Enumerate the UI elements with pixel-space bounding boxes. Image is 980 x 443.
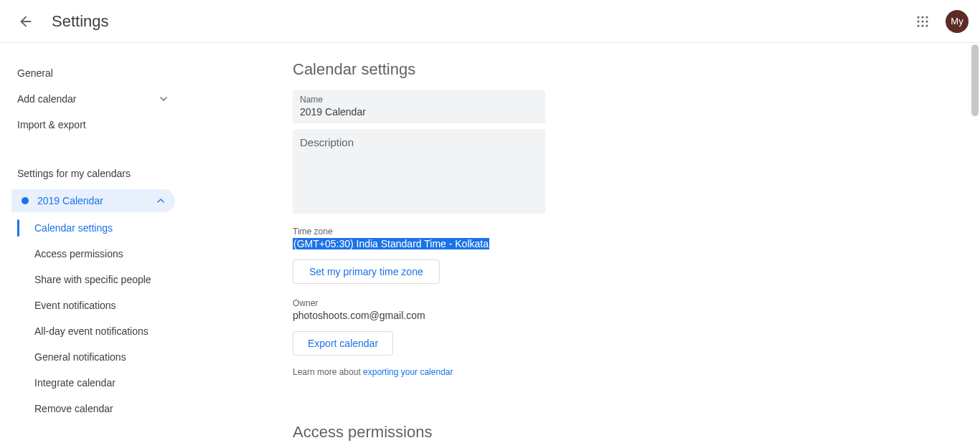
- sidebar-sublist: Calendar settings Access permissions Sha…: [17, 212, 187, 421]
- svg-point-5: [921, 20, 923, 22]
- subnav-calendar-settings[interactable]: Calendar settings: [17, 215, 187, 241]
- svg-point-6: [925, 20, 928, 22]
- subnav-integrate-calendar[interactable]: Integrate calendar: [17, 370, 187, 396]
- export-calendar-button[interactable]: Export calendar: [293, 331, 393, 356]
- subnav-access-permissions[interactable]: Access permissions: [17, 241, 187, 267]
- timezone-select[interactable]: (GMT+05:30) India Standard Time - Kolkat…: [293, 238, 963, 249]
- exporting-calendar-link[interactable]: exporting your calendar: [363, 367, 453, 377]
- sidebar-item-general[interactable]: General: [0, 60, 187, 86]
- svg-point-4: [917, 20, 919, 22]
- arrow-left-icon: [18, 14, 34, 29]
- chevron-up-icon: [155, 195, 166, 206]
- owner-label: Owner: [293, 298, 963, 308]
- subnav-general-notifications[interactable]: General notifications: [17, 344, 187, 370]
- name-field-value: 2019 Calendar: [300, 106, 538, 118]
- name-field-label: Name: [300, 95, 538, 105]
- svg-point-9: [925, 24, 928, 27]
- description-field-label: Description: [300, 133, 538, 148]
- svg-point-3: [925, 16, 928, 18]
- svg-point-8: [921, 24, 923, 27]
- timezone-block: Time zone (GMT+05:30) India Standard Tim…: [293, 227, 963, 284]
- svg-point-1: [917, 16, 919, 18]
- subnav-all-day-notifications[interactable]: All-day event notifications: [17, 318, 187, 344]
- timezone-value: (GMT+05:30) India Standard Time - Kolkat…: [293, 238, 489, 249]
- sidebar-item-import-export[interactable]: Import & export: [0, 112, 187, 138]
- calendar-pill-left: 2019 Calendar: [22, 195, 103, 206]
- learn-prefix: Learn more about: [293, 367, 363, 377]
- header-left: Settings: [11, 7, 109, 36]
- header-right: My: [908, 7, 969, 36]
- main-content: Calendar settings Name 2019 Calendar Des…: [187, 43, 980, 443]
- owner-value: photoshoots.com@gmail.com: [293, 310, 963, 321]
- section-title-calendar-settings: Calendar settings: [293, 60, 963, 79]
- google-apps-button[interactable]: [908, 7, 937, 36]
- owner-block: Owner photoshoots.com@gmail.com Export c…: [293, 298, 963, 377]
- sidebar-group-title: Settings for my calendars: [0, 161, 187, 186]
- set-primary-timezone-button[interactable]: Set my primary time zone: [293, 259, 440, 284]
- vertical-scrollbar[interactable]: [971, 44, 979, 116]
- account-avatar[interactable]: My: [946, 10, 969, 33]
- calendar-color-dot: [22, 197, 29, 204]
- subnav-remove-calendar[interactable]: Remove calendar: [17, 396, 187, 421]
- body: General Add calendar Import & export Set…: [0, 43, 980, 443]
- learn-more-text: Learn more about exporting your calendar: [293, 367, 963, 377]
- description-field[interactable]: Description: [293, 129, 545, 214]
- sidebar-calendar-2019[interactable]: 2019 Calendar: [11, 189, 175, 212]
- page-title: Settings: [52, 12, 109, 31]
- name-field[interactable]: Name 2019 Calendar: [293, 90, 545, 123]
- app-header: Settings My: [0, 0, 980, 43]
- timezone-label: Time zone: [293, 227, 963, 237]
- subnav-event-notifications[interactable]: Event notifications: [17, 292, 187, 318]
- svg-point-7: [917, 24, 919, 27]
- sidebar-item-label: Add calendar: [17, 93, 77, 105]
- back-button[interactable]: [11, 7, 40, 36]
- svg-point-2: [921, 16, 923, 18]
- section-title-access-permissions: Access permissions: [293, 423, 963, 442]
- chevron-down-icon: [158, 93, 169, 105]
- sidebar-item-add-calendar[interactable]: Add calendar: [0, 86, 187, 112]
- apps-grid-icon: [916, 15, 929, 28]
- sidebar: General Add calendar Import & export Set…: [0, 43, 187, 443]
- calendar-name-label: 2019 Calendar: [37, 195, 103, 206]
- subnav-share-specific[interactable]: Share with specific people: [17, 267, 187, 292]
